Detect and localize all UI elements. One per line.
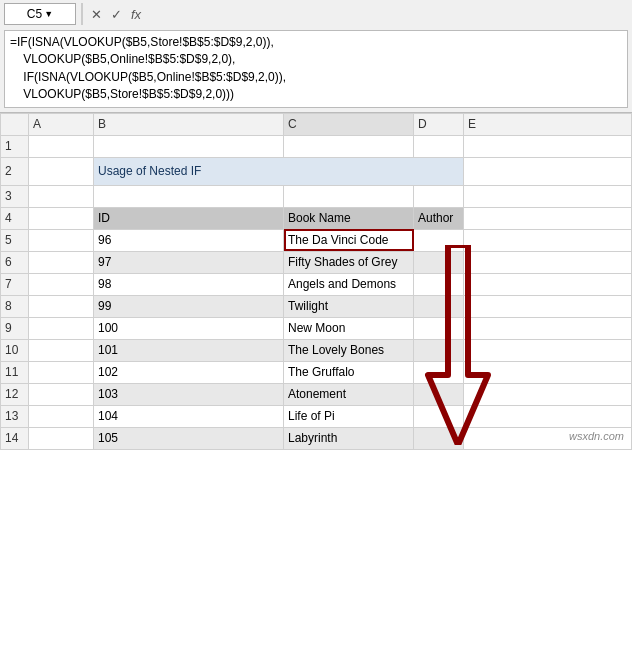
- cell-b3[interactable]: [94, 185, 284, 207]
- table-row: 12 103 Atonement: [1, 383, 632, 405]
- cell-e4[interactable]: [464, 207, 632, 229]
- row-header: 7: [1, 273, 29, 295]
- row-header: 4: [1, 207, 29, 229]
- cell-b10[interactable]: 101: [94, 339, 284, 361]
- cell-d6[interactable]: [414, 251, 464, 273]
- header-author[interactable]: Author: [414, 207, 464, 229]
- row-header: 12: [1, 383, 29, 405]
- cell-reference: C5: [27, 7, 42, 21]
- cell-e3[interactable]: [464, 185, 632, 207]
- formula-input[interactable]: =IF(ISNA(VLOOKUP($B5,Store!$B$5:$D$9,2,0…: [4, 30, 628, 108]
- cell-a6[interactable]: [29, 251, 94, 273]
- cell-a5[interactable]: [29, 229, 94, 251]
- cell-d10[interactable]: [414, 339, 464, 361]
- cell-a2[interactable]: [29, 157, 94, 185]
- table-row: 6 97 Fifty Shades of Grey: [1, 251, 632, 273]
- row-header: 6: [1, 251, 29, 273]
- cell-e8[interactable]: [464, 295, 632, 317]
- table-row: 10 101 The Lovely Bones: [1, 339, 632, 361]
- row-header: 11: [1, 361, 29, 383]
- cell-c1[interactable]: [284, 135, 414, 157]
- cell-c9[interactable]: New Moon: [284, 317, 414, 339]
- col-header-e[interactable]: E: [464, 113, 632, 135]
- col-header-a[interactable]: A: [29, 113, 94, 135]
- cell-e5[interactable]: [464, 229, 632, 251]
- table-row: 14 105 Labyrinth: [1, 427, 632, 449]
- watermark: wsxdn.com: [569, 430, 624, 442]
- cell-a3[interactable]: [29, 185, 94, 207]
- cell-e7[interactable]: [464, 273, 632, 295]
- cell-e6[interactable]: [464, 251, 632, 273]
- cell-c5[interactable]: The Da Vinci Code: [284, 229, 414, 251]
- cell-c3[interactable]: [284, 185, 414, 207]
- cell-d1[interactable]: [414, 135, 464, 157]
- cell-d9[interactable]: [414, 317, 464, 339]
- cell-c14[interactable]: Labyrinth: [284, 427, 414, 449]
- cell-c11[interactable]: The Gruffalo: [284, 361, 414, 383]
- cell-a1[interactable]: [29, 135, 94, 157]
- table-row: 9 100 New Moon: [1, 317, 632, 339]
- cell-d11[interactable]: [414, 361, 464, 383]
- cell-b7[interactable]: 98: [94, 273, 284, 295]
- name-box[interactable]: C5 ▼: [4, 3, 76, 25]
- cell-d12[interactable]: [414, 383, 464, 405]
- title-cell[interactable]: Usage of Nested IF: [94, 157, 464, 185]
- cell-d13[interactable]: [414, 405, 464, 427]
- col-header-c[interactable]: C: [284, 113, 414, 135]
- cancel-icon[interactable]: ✕: [88, 7, 105, 22]
- cell-a12[interactable]: [29, 383, 94, 405]
- cell-b11[interactable]: 102: [94, 361, 284, 383]
- cell-b8[interactable]: 99: [94, 295, 284, 317]
- cell-c7[interactable]: Angels and Demons: [284, 273, 414, 295]
- cell-e2[interactable]: [464, 157, 632, 185]
- cell-e11[interactable]: [464, 361, 632, 383]
- table-row: 7 98 Angels and Demons: [1, 273, 632, 295]
- corner-cell: [1, 113, 29, 135]
- cell-a14[interactable]: [29, 427, 94, 449]
- cell-e10[interactable]: [464, 339, 632, 361]
- cell-b12[interactable]: 103: [94, 383, 284, 405]
- grid-table: A B C D E 1 2 Usage of Nested IF: [0, 113, 632, 450]
- col-header-d[interactable]: D: [414, 113, 464, 135]
- cell-d5[interactable]: [414, 229, 464, 251]
- cell-d8[interactable]: [414, 295, 464, 317]
- cell-b5[interactable]: 96: [94, 229, 284, 251]
- name-box-dropdown-icon[interactable]: ▼: [44, 9, 53, 19]
- cell-a11[interactable]: [29, 361, 94, 383]
- formula-bar: C5 ▼ ✕ ✓ fx =IF(ISNA(VLOOKUP($B5,Store!$…: [0, 0, 632, 113]
- cell-e1[interactable]: [464, 135, 632, 157]
- cell-d3[interactable]: [414, 185, 464, 207]
- cell-c13[interactable]: Life of Pi: [284, 405, 414, 427]
- cell-c8[interactable]: Twilight: [284, 295, 414, 317]
- table-row: 4 ID Book Name Author: [1, 207, 632, 229]
- cell-c6[interactable]: Fifty Shades of Grey: [284, 251, 414, 273]
- cell-d14[interactable]: [414, 427, 464, 449]
- cell-a10[interactable]: [29, 339, 94, 361]
- confirm-icon[interactable]: ✓: [108, 7, 125, 22]
- cell-a8[interactable]: [29, 295, 94, 317]
- table-row: 5 96 The Da Vinci Code: [1, 229, 632, 251]
- cell-b1[interactable]: [94, 135, 284, 157]
- row-header: 14: [1, 427, 29, 449]
- cell-d7[interactable]: [414, 273, 464, 295]
- row-header: 5: [1, 229, 29, 251]
- header-bookname[interactable]: Book Name: [284, 207, 414, 229]
- cell-b9[interactable]: 100: [94, 317, 284, 339]
- cell-a7[interactable]: [29, 273, 94, 295]
- cell-b14[interactable]: 105: [94, 427, 284, 449]
- cell-a13[interactable]: [29, 405, 94, 427]
- cell-a9[interactable]: [29, 317, 94, 339]
- cell-a4[interactable]: [29, 207, 94, 229]
- header-id[interactable]: ID: [94, 207, 284, 229]
- cell-e13[interactable]: [464, 405, 632, 427]
- cell-c10[interactable]: The Lovely Bones: [284, 339, 414, 361]
- col-header-b[interactable]: B: [94, 113, 284, 135]
- cell-e12[interactable]: [464, 383, 632, 405]
- cell-c12[interactable]: Atonement: [284, 383, 414, 405]
- cell-e9[interactable]: [464, 317, 632, 339]
- row-header: 9: [1, 317, 29, 339]
- cell-b6[interactable]: 97: [94, 251, 284, 273]
- table-row: 11 102 The Gruffalo: [1, 361, 632, 383]
- fx-button[interactable]: fx: [128, 7, 144, 22]
- cell-b13[interactable]: 104: [94, 405, 284, 427]
